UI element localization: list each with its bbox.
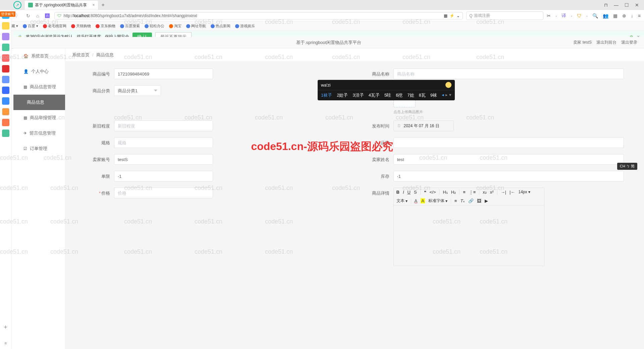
address-bar[interactable]: 🛡 http://localhost:8080/springboot1u7x8/… [54,12,463,19]
shield-icon: 🛡 [57,13,61,18]
translate-icon[interactable]: 译 [561,13,566,19]
ai-icon[interactable]: 🅰 [44,13,51,18]
win-pip-icon[interactable]: ⊓ [604,2,608,8]
qr-icon[interactable]: ▦ [444,13,447,18]
login-badge[interactable]: 登录账号 [0,11,15,17]
win-max-icon[interactable]: ☐ [625,2,629,8]
search-icon: Q [469,13,472,18]
rail-icon[interactable] [2,33,9,40]
bookmark-item[interactable]: 轻松办公 [145,23,164,29]
bookmark-item[interactable]: 网址导航 [186,23,206,29]
win-close-icon[interactable]: ✕ [635,2,639,8]
search-box[interactable]: Q 游戏注册 [466,11,543,20]
cut-icon[interactable]: ✂ [547,13,551,18]
nav-home-button[interactable]: ⌂ [35,13,40,18]
bookmark-item[interactable]: 热点新闻 [211,23,230,29]
vue-icon [28,3,33,7]
bookmark-item[interactable]: 游戏娱乐 [235,23,255,29]
search-placeholder: 游戏注册 [474,13,490,18]
bookmark-item[interactable]: 淘宝 [169,23,181,29]
sidebar: 🏠系统首页 👤个人中心 ▦商品信息管理 商品信息 ▦商品举报管理 ✈留言信息管理… [13,48,65,49]
new-tab-button[interactable]: + [101,2,104,8]
people-icon[interactable]: 👥 [603,13,608,18]
back-frontend-link[interactable]: 退出到前台 [596,40,616,45]
tab-title: 基于.springboot闲置物品共享 [35,2,87,8]
url-dropdown-icon[interactable]: ⌄ [457,13,460,18]
browser-tab[interactable]: 基于.springboot闲置物品共享 × [25,1,98,10]
app-title: 基于.springboot闲置物品共享平台 [296,40,361,46]
bookmark-item[interactable]: 天猫购物 [71,23,91,29]
shield2-icon[interactable]: 🛡 [577,13,582,18]
bookmark-item[interactable]: 老毛桃官网 [43,23,66,29]
sidebar-item-home[interactable]: 🏠系统首页 [13,48,65,49]
nav-reload-button[interactable]: ↻ [25,13,32,18]
globe-icon[interactable]: ⊕ [622,13,626,18]
win-min-icon[interactable]: — [614,2,619,8]
bookmark-item[interactable]: 百度搜索 [120,23,140,29]
bookmark-item[interactable]: 京东购物 [96,23,115,29]
breadcrumb: 系统首页 / 商品信息 [65,48,644,49]
url-text: http://localhost:8080/springboot1u7x8/ad… [63,13,442,18]
rail-icon[interactable] [2,44,9,49]
user-role: 卖家 testS [573,40,592,45]
menu-icon[interactable]: ≡ [638,13,641,18]
download-icon[interactable]: ↓ [631,13,633,18]
bookmark-item[interactable]: 百度 ▾ [23,23,38,29]
tab-close-icon[interactable]: × [92,3,95,7]
apps-icon[interactable]: ▦ [613,13,618,18]
logout-link[interactable]: 退出登录 [621,40,637,45]
flash-icon[interactable]: ⚡ [449,13,454,18]
zoom-icon[interactable]: 🔍 [592,13,598,18]
rail-icon[interactable] [2,22,9,30]
back-circle-icon[interactable]: ↗ [13,1,21,9]
